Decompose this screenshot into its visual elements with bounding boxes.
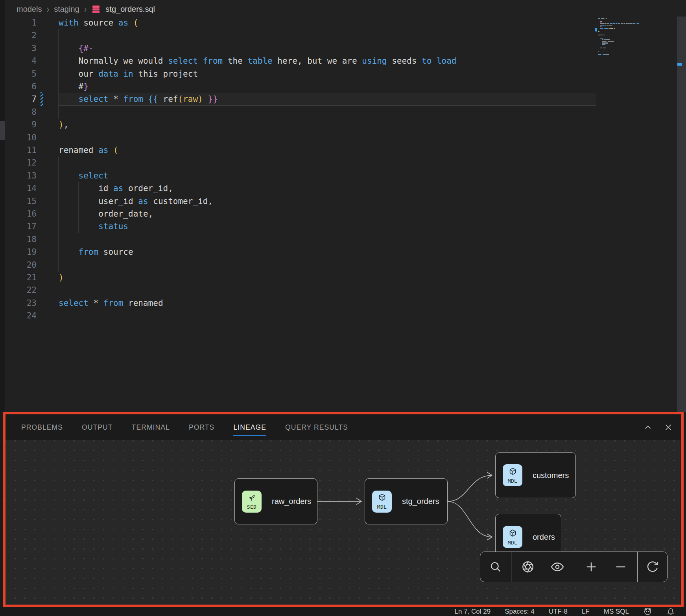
indent-guide	[58, 259, 59, 272]
line-number[interactable]: 11	[8, 144, 37, 156]
status-encoding[interactable]: UTF-8	[549, 608, 568, 616]
tab-output[interactable]: OUTPUT	[82, 423, 113, 432]
line-number[interactable]: 12	[8, 156, 37, 169]
node-label: stg_orders	[402, 497, 439, 506]
tab-query-results[interactable]: QUERY RESULTS	[285, 423, 348, 432]
chevron-right-icon: ›	[46, 4, 49, 15]
code-line[interactable]: 15 user_id as customer_id,	[0, 195, 686, 208]
line-number[interactable]: 16	[8, 208, 37, 220]
line-number[interactable]: 3	[8, 42, 37, 55]
line-number[interactable]: 22	[8, 284, 37, 296]
minimap-modified-marker	[595, 28, 597, 31]
code-line[interactable]: 12	[0, 156, 686, 169]
model-icon	[378, 493, 387, 504]
tab-problems[interactable]: PROBLEMS	[21, 423, 63, 432]
code-line[interactable]: 14 id as order_id,	[0, 182, 686, 195]
breadcrumb-file-name[interactable]: stg_orders.sql	[105, 5, 155, 14]
code-line[interactable]: 18	[0, 233, 686, 246]
editor-scrollbar[interactable]	[677, 17, 686, 412]
line-number[interactable]: 6	[8, 80, 37, 93]
code-text: select * from {{ ref(raw) }}	[59, 93, 218, 105]
code-line[interactable]: 1with source as (	[0, 17, 686, 29]
line-number[interactable]: 7	[8, 93, 37, 105]
editor-region[interactable]: models › staging › stg_orders.sql 1with …	[0, 0, 686, 412]
code-line[interactable]: 10	[0, 131, 686, 144]
code-line[interactable]: 7 select * from {{ ref(raw) }}	[0, 93, 686, 106]
line-number[interactable]: 2	[8, 29, 37, 42]
code-line[interactable]: 23select * from renamed	[0, 297, 686, 310]
line-number[interactable]: 5	[8, 68, 37, 80]
code-line[interactable]: 22	[0, 284, 686, 297]
code-text: our data in this project	[59, 68, 198, 80]
aperture-button[interactable]	[515, 552, 540, 582]
breadcrumb-segment-staging[interactable]: staging	[54, 5, 79, 14]
panel-tab-bar: PROBLEMSOUTPUTTERMINALPORTSLINEAGEQUERY …	[6, 423, 348, 432]
code-text: select * from renamed	[59, 297, 163, 309]
seed-badge: SED	[242, 491, 262, 513]
code-line[interactable]: 8	[0, 106, 686, 119]
copilot-button[interactable]	[643, 607, 652, 616]
visibility-button[interactable]	[545, 552, 570, 582]
code-text: with source as (	[59, 17, 138, 29]
line-number[interactable]: 13	[8, 169, 37, 182]
zoom-in-button[interactable]	[579, 552, 604, 582]
line-number[interactable]: 9	[8, 118, 37, 131]
tab-lineage[interactable]: LINEAGE	[233, 423, 266, 432]
code-line[interactable]: 2	[0, 29, 686, 42]
code-text: select	[59, 169, 108, 182]
notifications-button[interactable]	[666, 607, 675, 616]
code-line[interactable]: 11renamed as (	[0, 144, 686, 157]
panel-actions	[643, 422, 680, 432]
line-number[interactable]: 15	[8, 195, 37, 208]
indent-guide	[58, 29, 59, 42]
code-line[interactable]: 21)	[0, 271, 686, 284]
line-number[interactable]: 24	[8, 309, 37, 322]
lineage-node-raw_orders[interactable]: SEDraw_orders	[234, 478, 317, 524]
line-number[interactable]: 4	[8, 55, 37, 67]
model-badge: MDL	[503, 526, 522, 548]
status-cursor-position[interactable]: Ln 7, Col 29	[454, 608, 491, 616]
line-number[interactable]: 20	[8, 259, 37, 271]
tab-ports[interactable]: PORTS	[189, 423, 214, 432]
tab-terminal[interactable]: TERMINAL	[132, 423, 170, 432]
breadcrumb-segment-models[interactable]: models	[17, 5, 42, 14]
code-line[interactable]: 16 order_date,	[0, 208, 686, 221]
line-number[interactable]: 21	[8, 271, 37, 284]
status-eol[interactable]: LF	[582, 608, 590, 616]
refresh-button[interactable]	[640, 552, 665, 582]
code-text: from source	[59, 246, 133, 258]
line-number[interactable]: 23	[8, 297, 37, 309]
code-line[interactable]: 3 {#-	[0, 42, 686, 55]
line-number[interactable]: 10	[8, 131, 37, 144]
code-line[interactable]: 13 select	[0, 169, 686, 182]
panel-close-button[interactable]	[663, 422, 673, 432]
line-number[interactable]: 19	[8, 246, 37, 258]
line-number[interactable]: 14	[8, 182, 37, 195]
code-line[interactable]: 6 #}	[0, 80, 686, 93]
toolbar-group-zoom	[574, 552, 638, 582]
code-line[interactable]: 19 from source	[0, 246, 686, 259]
zoom-out-button[interactable]	[608, 552, 633, 582]
code-line[interactable]: 24	[0, 309, 686, 322]
line-number[interactable]: 17	[8, 220, 37, 233]
code-line[interactable]: 17 status	[0, 220, 686, 233]
minimap[interactable]	[596, 17, 677, 174]
code-line[interactable]: 20	[0, 259, 686, 272]
line-number[interactable]: 8	[8, 106, 37, 118]
code-line[interactable]: 9),	[0, 118, 686, 131]
search-button[interactable]	[483, 552, 508, 582]
badge-label: MDL	[508, 478, 518, 484]
status-indentation[interactable]: Spaces: 4	[505, 608, 535, 616]
model-icon	[508, 467, 517, 478]
toolbar-group-search	[480, 552, 511, 582]
lineage-node-customers[interactable]: MDLcustomers	[495, 452, 576, 498]
code-line[interactable]: 4 Normally we would select from the tabl…	[0, 55, 686, 68]
status-language-mode[interactable]: MS SQL	[604, 608, 629, 616]
code-line[interactable]: 5 our data in this project	[0, 68, 686, 81]
node-label: orders	[533, 533, 555, 542]
line-number[interactable]: 18	[8, 233, 37, 246]
lineage-node-stg_orders[interactable]: MDLstg_orders	[365, 478, 448, 524]
line-number[interactable]: 1	[8, 17, 37, 29]
panel-collapse-button[interactable]	[643, 422, 653, 432]
code-text: )	[59, 271, 64, 284]
